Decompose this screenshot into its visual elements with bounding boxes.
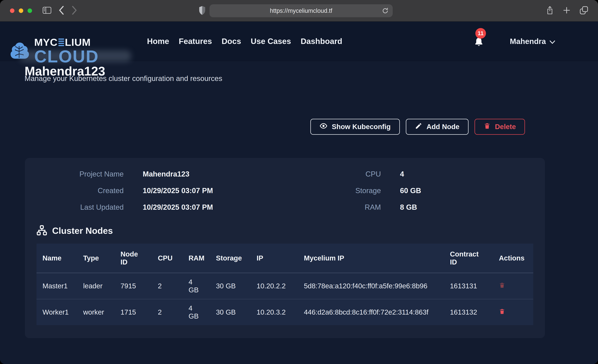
cell-name: Master1 <box>36 273 77 299</box>
table-row: Worker1 worker 1715 2 4 GB 30 GB 10.20.3… <box>36 299 533 325</box>
nav-item-features[interactable]: Features <box>179 37 212 46</box>
ram-label: RAM <box>311 203 381 211</box>
cell-cpu: 2 <box>152 273 183 299</box>
brand-mycelium: MYCLIUM <box>34 37 99 48</box>
close-window-button[interactable] <box>10 8 14 13</box>
forward-button-icon[interactable] <box>72 6 77 15</box>
cell-storage: 30 GB <box>210 273 251 299</box>
delete-label: Delete <box>495 123 516 131</box>
trash-icon <box>484 122 491 131</box>
col-contract-id: Contract ID <box>444 244 493 273</box>
table-header-row: Name Type Node ID CPU RAM Storage IP Myc… <box>36 244 533 273</box>
cluster-info-grid: Project Name Mahendra123 CPU 4 Created 1… <box>36 170 533 211</box>
nav-item-docs[interactable]: Docs <box>222 37 241 46</box>
eye-icon <box>319 122 327 132</box>
new-tab-icon[interactable] <box>563 7 570 15</box>
user-menu[interactable]: Mahendra <box>510 37 555 46</box>
project-name-label: Project Name <box>36 170 124 178</box>
col-mycelium-ip: Mycelium IP <box>298 244 444 273</box>
cpu-label: CPU <box>311 170 381 178</box>
show-kubeconfig-button[interactable]: Show Kubeconfig <box>310 119 400 135</box>
last-updated-label: Last Updated <box>36 203 124 211</box>
cell-ram: 4 GB <box>183 273 210 299</box>
page-subtitle: Manage your Kubernetes cluster configura… <box>25 74 222 83</box>
col-ip: IP <box>251 244 298 273</box>
col-actions: Actions <box>493 244 533 273</box>
main-nav: Home Features Docs Use Cases Dashboard <box>147 37 342 46</box>
notifications-button[interactable]: 11 <box>473 34 485 48</box>
last-updated-value: 10/29/2025 03:07 PM <box>143 203 292 211</box>
show-kubeconfig-label: Show Kubeconfig <box>332 123 391 131</box>
add-node-button[interactable]: Add Node <box>406 119 469 135</box>
cell-type: worker <box>77 299 115 325</box>
nav-item-use-cases[interactable]: Use Cases <box>251 37 291 46</box>
cell-contract-id: 1613132 <box>444 299 493 325</box>
share-icon[interactable] <box>546 6 554 16</box>
cell-ip: 10.20.2.2 <box>251 273 298 299</box>
reload-icon[interactable] <box>382 7 389 15</box>
tab-overview-icon[interactable] <box>580 6 588 15</box>
col-storage: Storage <box>210 244 251 273</box>
cell-ram: 4 GB <box>183 299 210 325</box>
project-name-value: Mahendra123 <box>143 170 292 178</box>
nav-item-home[interactable]: Home <box>147 37 169 46</box>
back-button-icon[interactable] <box>58 6 64 15</box>
cluster-nodes-table: Name Type Node ID CPU RAM Storage IP Myc… <box>36 244 533 325</box>
created-value: 10/29/2025 03:07 PM <box>143 186 292 195</box>
delete-node-button[interactable] <box>499 308 505 315</box>
table-row: Master1 leader 7915 2 4 GB 30 GB 10.20.2… <box>36 273 533 299</box>
browser-chrome: https://myceliumcloud.tf <box>0 0 598 22</box>
notification-badge: 11 <box>475 28 486 39</box>
pencil-icon <box>415 122 422 131</box>
col-ram: RAM <box>183 244 210 273</box>
cluster-nodes-heading: Cluster Nodes <box>36 225 533 236</box>
storage-value: 60 GB <box>400 186 533 195</box>
col-name: Name <box>36 244 77 273</box>
add-node-label: Add Node <box>427 123 459 131</box>
cpu-value: 4 <box>400 170 533 178</box>
storage-label: Storage <box>311 186 381 195</box>
nav-item-dashboard[interactable]: Dashboard <box>300 37 342 46</box>
page-content: Mahendra123 Manage your Kubernetes clust… <box>0 22 598 364</box>
delete-node-button[interactable] <box>499 282 505 289</box>
cell-node-id: 7915 <box>115 273 152 299</box>
cell-mycelium-ip: 5d8:78ea:a120:f40c:ff0f:a5fe:99e6:8b96 <box>298 273 444 299</box>
created-label: Created <box>36 186 124 195</box>
stylized-e-icon <box>58 39 64 46</box>
delete-cluster-button[interactable]: Delete <box>474 119 525 135</box>
cell-mycelium-ip: 446:d2a6:8bcd:8c16:ff0f:72e2:3114:863f <box>298 299 444 325</box>
sidebar-toggle-icon[interactable] <box>43 7 51 14</box>
cluster-details-card: Project Name Mahendra123 CPU 4 Created 1… <box>25 158 545 338</box>
chevron-down-icon <box>549 37 555 46</box>
cell-contract-id: 1613131 <box>444 273 493 299</box>
cell-name: Worker1 <box>36 299 77 325</box>
traffic-lights <box>10 8 32 13</box>
cluster-actions: Show Kubeconfig Add Node Delete <box>310 119 525 135</box>
blurred-title-smudge <box>20 50 131 62</box>
cell-type: leader <box>77 273 115 299</box>
zoom-window-button[interactable] <box>28 8 32 13</box>
address-bar[interactable]: https://myceliumcloud.tf <box>209 4 393 17</box>
col-type: Type <box>77 244 115 273</box>
cell-storage: 30 GB <box>210 299 251 325</box>
cell-ip: 10.20.3.2 <box>251 299 298 325</box>
cell-node-id: 1715 <box>115 299 152 325</box>
cell-cpu: 2 <box>152 299 183 325</box>
privacy-shield-icon[interactable] <box>199 5 206 16</box>
url-text: https://myceliumcloud.tf <box>270 7 332 14</box>
col-cpu: CPU <box>152 244 183 273</box>
site-header: MYCLIUM CLOUD Home Features Docs Use Cas… <box>0 22 598 61</box>
ram-value: 8 GB <box>400 203 533 211</box>
col-node-id: Node ID <box>115 244 152 273</box>
browser-window: https://myceliumcloud.tf Mahendra123 Man… <box>0 0 598 364</box>
user-name: Mahendra <box>510 37 546 46</box>
network-nodes-icon <box>36 225 47 236</box>
minimize-window-button[interactable] <box>19 8 23 13</box>
